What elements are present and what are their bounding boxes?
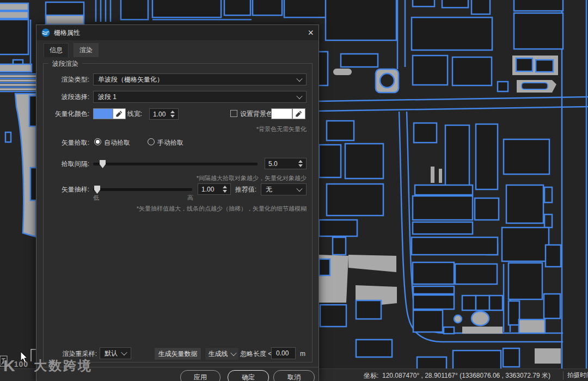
tab-info[interactable]: 信息	[44, 43, 69, 57]
sampling-spinner[interactable]: 1.00	[198, 183, 231, 195]
resample-select[interactable]: 默认	[100, 347, 131, 359]
vector-pick-label: 矢量拾取:	[36, 137, 89, 148]
apply-button[interactable]: 应用	[180, 370, 220, 381]
line-width-label: 线宽:	[118, 108, 142, 119]
ignore-length-unit: m	[300, 348, 305, 359]
render-type-label: 渲染类型:	[36, 74, 89, 85]
eyedropper-icon	[295, 110, 303, 118]
band-select-select[interactable]: 波段 1	[93, 91, 307, 103]
background-hint: *背景色无需矢量化	[145, 125, 307, 133]
vector-color-label: 矢量化颜色:	[36, 108, 89, 119]
ignore-length-input[interactable]: 0.00	[271, 347, 296, 359]
pick-interval-slider[interactable]	[93, 163, 258, 165]
recommend-label: 推荐值:	[231, 184, 256, 195]
ignore-length-label: 忽略长度 <	[240, 348, 272, 359]
set-background-checkbox[interactable]	[230, 110, 237, 117]
sampling-label: 矢量抽样:	[36, 184, 89, 195]
sampling-hint: *矢量抽样值越大，线条的点越少（抽稀），矢量化的细节越模糊	[102, 205, 307, 213]
raster-properties-dialog: 栅格属性 × 信息 渲染 波段渲染 渲染类型: 单波段（栅格矢量化） 波段选择:…	[36, 24, 319, 381]
dialog-title: 栅格属性	[54, 28, 80, 38]
chevron-down-icon	[121, 349, 127, 355]
generate-type-select[interactable]: 生成线	[205, 347, 239, 360]
sampling-low-label: 低	[93, 194, 104, 202]
band-select-label: 波段选择:	[36, 91, 89, 102]
spinner-arrows-icon[interactable]	[170, 110, 175, 118]
watermark: K100 大数跨境	[3, 357, 93, 374]
chevron-down-icon	[296, 76, 302, 82]
capture-time-label: 拍摄时间	[567, 371, 588, 379]
sampling-slider[interactable]	[93, 188, 192, 191]
background-color-swatch[interactable]	[271, 108, 292, 119]
background-eyedropper-button[interactable]	[292, 108, 305, 119]
statusbar-divider	[563, 371, 564, 380]
generate-vector-button[interactable]: 生成矢量数据	[154, 347, 201, 360]
close-icon[interactable]: ×	[308, 28, 314, 38]
ok-button[interactable]: 确定	[228, 370, 269, 381]
spinner-arrows-icon[interactable]	[223, 186, 227, 193]
coordinates-value: 120.087470° , 28.901167° (13368076.06 , …	[382, 371, 550, 380]
chevron-down-icon	[296, 93, 302, 99]
manual-pick-radio[interactable]	[148, 138, 155, 145]
line-width-spinner[interactable]: 1.00	[149, 108, 179, 120]
sampling-high-label: 高	[182, 194, 193, 202]
watermark-text: 大数跨境	[34, 357, 93, 374]
app-logo-icon	[41, 28, 50, 37]
pick-interval-hint: *间隔越大拾取对象越少，矢量化对象越少	[145, 174, 307, 182]
cancel-button[interactable]: 取消	[273, 370, 315, 381]
render-type-select[interactable]: 单波段（栅格矢量化）	[93, 73, 307, 85]
pick-interval-label: 拾取间隔:	[36, 158, 89, 169]
set-background-label: 设置背景色:	[240, 108, 274, 119]
chevron-down-icon	[296, 186, 302, 192]
dialog-titlebar[interactable]: 栅格属性 ×	[36, 25, 318, 40]
pick-interval-spinner[interactable]: 5.0	[265, 158, 307, 169]
coordinates-label: 坐标:	[364, 371, 378, 380]
tab-render[interactable]: 渲染	[74, 43, 99, 57]
manual-pick-label: 手动拾取	[157, 137, 183, 148]
chevron-down-icon	[230, 350, 236, 356]
spinner-arrows-icon[interactable]	[298, 160, 303, 167]
auto-pick-label: 自动拾取	[104, 137, 130, 148]
band-render-group-title: 波段渲染	[48, 59, 82, 69]
recommend-select[interactable]: 无	[261, 183, 307, 195]
vector-color-swatch[interactable]	[93, 108, 113, 119]
watermark-logo: K100	[3, 358, 28, 374]
app-window: .b{fill:#1c1c1c;stroke:#4486e8;stroke-wi…	[0, 0, 588, 381]
auto-pick-radio[interactable]	[94, 138, 101, 145]
